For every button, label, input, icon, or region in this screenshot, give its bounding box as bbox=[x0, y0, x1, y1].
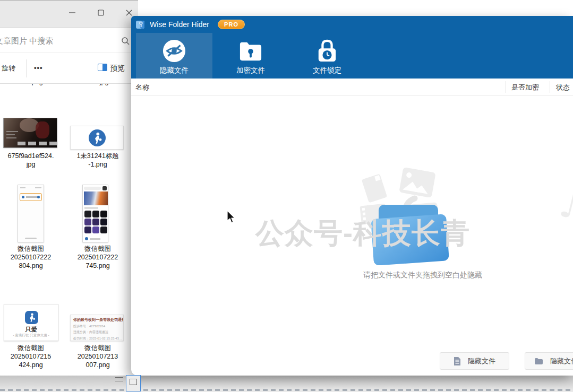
folder-icon bbox=[534, 358, 543, 365]
column-status[interactable]: 状态 bbox=[556, 83, 570, 92]
file-label[interactable]: 微信截图 20250107222 804.png bbox=[1, 245, 61, 270]
file-thumbnail[interactable] bbox=[18, 185, 44, 242]
song-subtitle: - 意境行歌 只爱你太傻 - bbox=[4, 333, 58, 338]
rotate-button[interactable]: 旋转 bbox=[2, 64, 15, 73]
music-app-icon bbox=[25, 311, 38, 324]
music-note-icon: ♪ bbox=[556, 185, 573, 228]
image-file-icon bbox=[399, 167, 435, 198]
search-input[interactable]: 文章图片 中搜索 bbox=[0, 36, 53, 46]
hide-file-button[interactable]: 隐藏文件 bbox=[440, 352, 509, 370]
maximize-icon[interactable] bbox=[97, 9, 105, 16]
column-name[interactable]: 名称 bbox=[135, 83, 149, 92]
notice-title: 你的账号收到一条等级处罚通知 bbox=[73, 317, 121, 323]
song-title: 只爱 bbox=[4, 326, 58, 334]
wise-titlebar: Wise Folder Hider PRO bbox=[131, 16, 573, 33]
player-badge bbox=[89, 129, 106, 146]
toolbar-divider bbox=[26, 59, 27, 77]
tab-hide-files[interactable]: 隐藏文件 bbox=[136, 33, 212, 79]
wise-tabstrip: 隐藏文件 加密文件 bbox=[131, 33, 573, 79]
basketball-player-icon bbox=[89, 129, 106, 146]
screen: 文章图片 中搜索 旋转 ••• 预览 999.png 922.jpg bbox=[0, 0, 573, 392]
file-label[interactable]: 微信截图 20250107215 424.png bbox=[1, 344, 61, 369]
file-thumbnail[interactable]: 你的账号收到一条等级处罚通知 投诉单号：427302264 违规分类：内容违规搬… bbox=[70, 315, 124, 341]
column-divider[interactable] bbox=[550, 81, 550, 93]
minimize-icon[interactable] bbox=[69, 9, 76, 16]
pdf-file-icon bbox=[362, 174, 387, 203]
details-view-icon[interactable] bbox=[115, 377, 123, 383]
watermark: 公众号-科技长青 bbox=[255, 214, 505, 253]
file-thumbnail[interactable] bbox=[70, 126, 124, 150]
preview-pane-icon[interactable] bbox=[98, 64, 107, 71]
file-label[interactable]: 1未31241标题 -1.png bbox=[68, 152, 127, 169]
file-thumbnail[interactable] bbox=[3, 118, 57, 148]
explorer-toolbar: 旋转 ••• 预览 bbox=[0, 53, 138, 84]
drop-hint-text: 请把文件或文件夹拖拽到空白处隐藏 bbox=[335, 271, 510, 280]
hide-folder-button[interactable]: 隐藏文件夹 bbox=[525, 352, 573, 370]
app-logo-icon bbox=[136, 20, 145, 29]
column-encrypted[interactable]: 是否加密 bbox=[511, 83, 539, 92]
file-icon bbox=[454, 357, 461, 365]
tab-encrypt-files[interactable]: 加密文件 bbox=[212, 33, 289, 79]
basketball-player-icon bbox=[25, 311, 38, 324]
thumbnail-view-icon[interactable] bbox=[126, 375, 141, 391]
tab-lock-files[interactable]: 文件锁定 bbox=[289, 33, 365, 79]
close-icon[interactable] bbox=[125, 9, 133, 16]
wise-folder-hider-window: Wise Folder Hider PRO 隐藏文件 bbox=[131, 16, 573, 376]
app-title: Wise Folder Hider bbox=[150, 20, 209, 29]
lock-clock-icon bbox=[289, 38, 365, 64]
more-button[interactable]: ••• bbox=[34, 64, 43, 72]
file-thumbnail[interactable]: 只爱 - 意境行歌 只爱你太傻 - bbox=[4, 304, 58, 341]
explorer-window: 文章图片 中搜索 旋转 ••• 预览 999.png 922.jpg bbox=[0, 0, 138, 376]
pro-badge: PRO bbox=[218, 20, 245, 29]
hidden-eye-icon bbox=[136, 38, 212, 64]
file-thumbnail[interactable] bbox=[82, 185, 108, 242]
search-icon[interactable] bbox=[121, 37, 130, 45]
folder-keyhole-icon bbox=[212, 38, 289, 64]
file-label[interactable]: 微信截图 20250107222 745.png bbox=[68, 245, 127, 270]
list-header: 名称 是否加密 状态 bbox=[131, 79, 573, 95]
preview-button[interactable]: 预览 bbox=[110, 64, 125, 73]
column-divider[interactable] bbox=[506, 81, 506, 93]
file-label[interactable]: 微信截图 20250107213 007.png bbox=[68, 344, 127, 369]
explorer-titlebar bbox=[0, 0, 138, 28]
file-label[interactable]: 675f9ad1ef524. jpg bbox=[1, 152, 61, 169]
capture-dashed-border bbox=[0, 389, 573, 391]
search-bar[interactable]: 文章图片 中搜索 bbox=[0, 30, 138, 53]
mouse-cursor bbox=[226, 210, 236, 224]
